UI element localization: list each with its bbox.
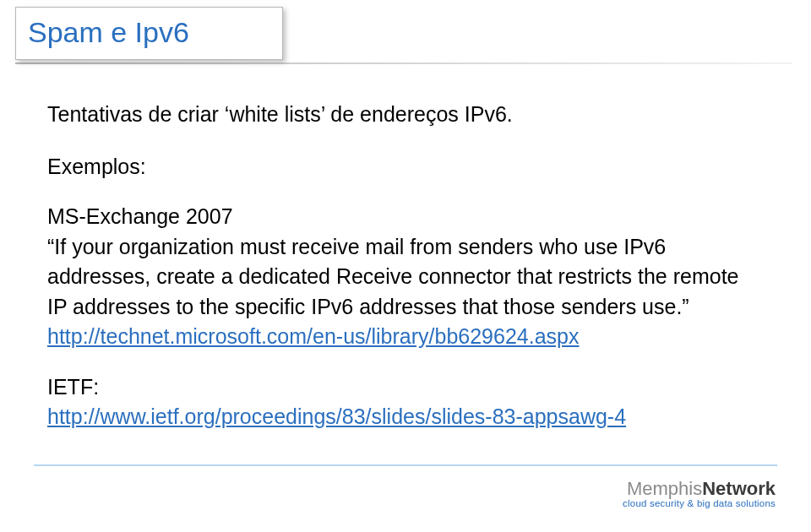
footer-logo: MemphisNetwork cloud security & big data… <box>623 478 776 508</box>
exchange-quote-block: If your organization must receive mail f… <box>47 232 740 352</box>
footer-divider <box>34 464 777 466</box>
close-double-quote-icon <box>682 295 689 318</box>
title-box: Spam e Ipv6 <box>15 7 283 60</box>
slide-body: Tentativas de criar white lists de ender… <box>47 100 740 432</box>
exchange-link[interactable]: http://technet.microsoft.com/en-us/libra… <box>47 324 580 348</box>
subtitle-quoted: white lists <box>229 102 320 126</box>
examples-label: Exemplos: <box>47 152 740 182</box>
logo-right: Network <box>702 478 776 499</box>
ietf-label: IETF: <box>47 372 740 403</box>
logo-left: Memphis <box>627 478 702 499</box>
subtitle-line: Tentativas de criar white lists de ender… <box>47 100 740 130</box>
ietf-block: IETF: http://www.ietf.org/proceedings/83… <box>47 372 740 432</box>
ietf-link[interactable]: http://www.ietf.org/proceedings/83/slide… <box>47 404 626 428</box>
exchange-quote-text: If your organization must receive mail f… <box>47 235 738 318</box>
logo-wordmark: MemphisNetwork <box>623 478 776 500</box>
logo-tagline: cloud security & big data solutions <box>623 498 776 508</box>
exchange-header: MS-Exchange 2007 <box>47 202 740 232</box>
subtitle-suffix: de endereços IPv6. <box>324 102 512 126</box>
title-underline <box>15 62 792 64</box>
subtitle-prefix: Tentativas de criar <box>47 102 225 126</box>
slide: Spam e Ipv6 Tentativas de criar white li… <box>0 0 811 532</box>
slide-title: Spam e Ipv6 <box>28 16 189 48</box>
